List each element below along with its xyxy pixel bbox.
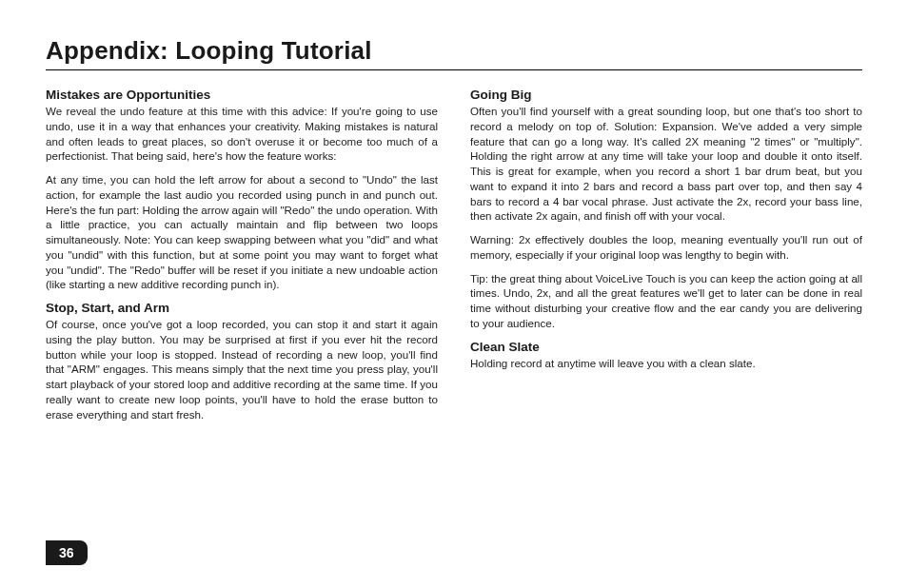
page-title: Appendix: Looping Tutorial — [46, 36, 862, 70]
para: Often you'll find yourself with a great … — [470, 104, 862, 224]
section-mistakes: Mistakes are Opportunities We reveal the… — [46, 88, 438, 292]
para: At any time, you can hold the left arrow… — [46, 172, 438, 292]
heading-clean-slate: Clean Slate — [470, 340, 862, 354]
heading-mistakes: Mistakes are Opportunities — [46, 88, 438, 102]
para: Of course, once you've got a loop record… — [46, 317, 438, 421]
para: We reveal the undo feature at this time … — [46, 104, 438, 164]
para: Warning: 2x effectively doubles the loop… — [470, 232, 862, 263]
page-number: 36 — [46, 540, 88, 565]
heading-going-big: Going Big — [470, 88, 862, 102]
para: Holding record at anytime will leave you… — [470, 356, 862, 371]
left-column: Mistakes are Opportunities We reveal the… — [46, 84, 438, 431]
section-clean-slate: Clean Slate Holding record at anytime wi… — [470, 340, 862, 371]
section-stop-start-arm: Stop, Start, and Arm Of course, once you… — [46, 301, 438, 421]
content-columns: Mistakes are Opportunities We reveal the… — [46, 84, 862, 431]
right-column: Going Big Often you'll find yourself wit… — [470, 84, 862, 431]
para: Tip: the great thing about VoiceLive Tou… — [470, 271, 862, 331]
section-going-big: Going Big Often you'll find yourself wit… — [470, 88, 862, 331]
heading-stop-start-arm: Stop, Start, and Arm — [46, 301, 438, 315]
